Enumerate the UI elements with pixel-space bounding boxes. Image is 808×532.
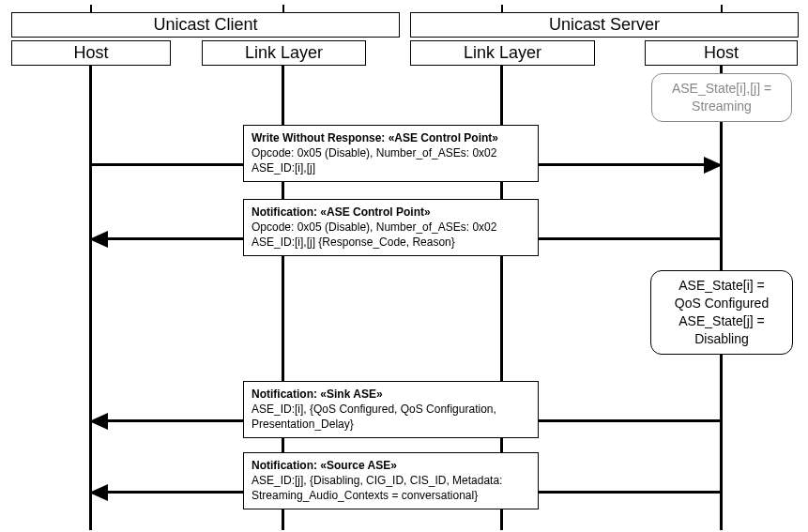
msg2-title: Notification: «ASE Control Point» — [252, 205, 431, 219]
client-host-label: Host — [73, 43, 108, 63]
state-after-l1: ASE_State[i] = — [678, 278, 764, 293]
client-host-header: Host — [11, 40, 171, 66]
msg2-l1: Opcode: 0x05 (Disable), Number_of_ASEs: … — [252, 220, 496, 234]
server-group-header: Unicast Server — [410, 12, 799, 38]
server-ll-header: Link Layer — [410, 40, 595, 66]
state-after-l3: ASE_State[j] = — [678, 313, 764, 328]
sequence-diagram: Unicast Client Unicast Server Host Link … — [5, 5, 802, 530]
server-host-header: Host — [645, 40, 798, 66]
client-host-lifeline — [89, 66, 92, 530]
initial-state-l1: ASE_State[i],[j] = — [672, 81, 771, 96]
server-ll-label: Link Layer — [464, 43, 541, 63]
msg4-box: Notification: «Source ASE» ASE_ID:[j], {… — [243, 452, 539, 509]
server-group-label: Unicast Server — [549, 15, 660, 35]
client-group-label: Unicast Client — [153, 15, 257, 35]
state-after-l2: QoS Configured — [675, 296, 769, 311]
msg1-box: Write Without Response: «ASE Control Poi… — [243, 125, 539, 182]
msg2-box: Notification: «ASE Control Point» Opcode… — [243, 199, 539, 256]
msg3-title: Notification: «Sink ASE» — [252, 388, 383, 401]
msg2-l2: ASE_ID:[i],[j] {Response_Code, Reason} — [252, 236, 455, 249]
client-ll-header: Link Layer — [202, 40, 366, 66]
state-after: ASE_State[i] = QoS Configured ASE_State[… — [650, 270, 793, 355]
msg3-box: Notification: «Sink ASE» ASE_ID:[i], {Qo… — [243, 381, 539, 438]
client-group-header: Unicast Client — [11, 12, 400, 38]
msg4-l1: ASE_ID:[j], {Disabling, CIG_ID, CIS_ID, … — [252, 474, 502, 487]
initial-state-l2: Streaming — [692, 99, 752, 114]
msg3-l2: Presentation_Delay} — [252, 418, 354, 431]
msg1-title: Write Without Response: «ASE Control Poi… — [252, 131, 498, 144]
client-ll-label: Link Layer — [245, 43, 323, 63]
server-host-label: Host — [704, 43, 739, 63]
msg4-title: Notification: «Source ASE» — [252, 459, 397, 472]
state-after-l4: Disabling — [694, 331, 749, 346]
initial-state: ASE_State[i],[j] = Streaming — [651, 73, 792, 122]
msg1-l2: ASE_ID:[i],[j] — [252, 161, 315, 175]
msg3-l1: ASE_ID:[i], {QoS Configured, QoS Configu… — [252, 403, 496, 416]
msg4-l2: Streaming_Audio_Contexts = conversationa… — [252, 489, 478, 502]
msg1-l1: Opcode: 0x05 (Disable), Number_of_ASEs: … — [252, 146, 496, 160]
